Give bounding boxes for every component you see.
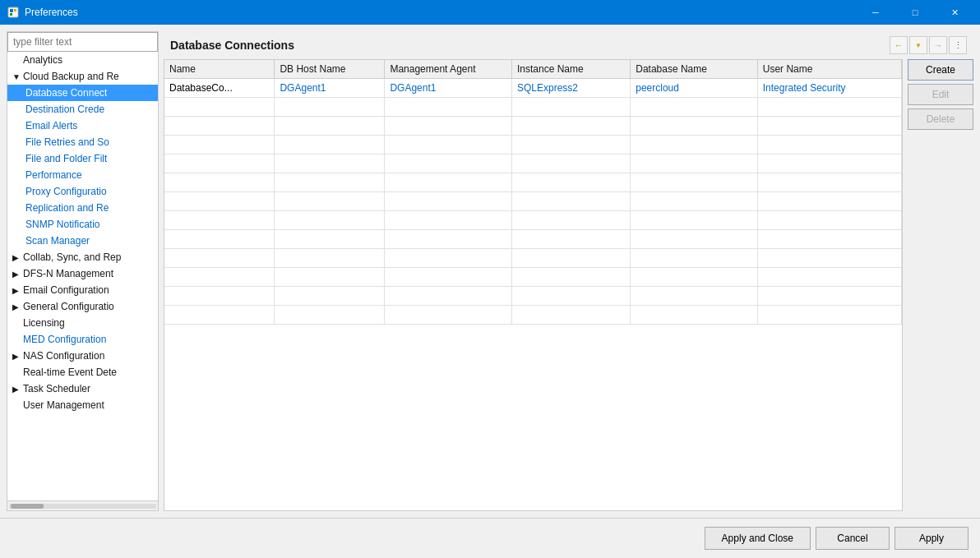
sidebar-label-analytics: Analytics: [23, 54, 62, 66]
forward-button[interactable]: →: [929, 36, 947, 54]
sidebar-item-file-folder-filter[interactable]: File and Folder Filt: [7, 150, 158, 167]
table-row-empty[interactable]: [164, 211, 902, 230]
sidebar-item-proxy-config[interactable]: Proxy Configuratio: [7, 183, 158, 200]
sidebar-item-general-config[interactable]: ▶General Configuratio: [7, 298, 158, 315]
table-row-empty[interactable]: [164, 117, 902, 136]
cell-empty-dbname: [631, 192, 758, 211]
sidebar-item-collab-sync[interactable]: ▶Collab, Sync, and Rep: [7, 249, 158, 265]
sidebar-label-snmp: SNMP Notificatio: [25, 219, 99, 230]
sidebar-label-cloud-backup: Cloud Backup and Re: [23, 71, 119, 82]
filter-input[interactable]: [7, 32, 158, 52]
cancel-button[interactable]: Cancel: [816, 527, 890, 550]
cell-empty-instance: [511, 268, 630, 287]
sidebar-item-destination-creds[interactable]: Destination Crede: [7, 101, 158, 118]
cell-empty-name: [164, 173, 275, 192]
cell-empty-name: [164, 192, 275, 211]
cell-empty-username: [757, 98, 901, 117]
sidebar-item-med-config[interactable]: MED Configuration: [7, 331, 158, 348]
sidebar-item-cloud-backup[interactable]: ▼Cloud Backup and Re: [7, 68, 158, 85]
sidebar-item-realtime-event[interactable]: Real-time Event Dete: [7, 364, 158, 380]
table-row-empty[interactable]: [164, 173, 902, 192]
sidebar-item-task-scheduler[interactable]: ▶Task Scheduler: [7, 380, 158, 397]
cell-empty-dbhost: [275, 249, 385, 268]
delete-button[interactable]: Delete: [908, 108, 973, 130]
sidebar-item-replication[interactable]: Replication and Re: [7, 200, 158, 216]
cell-agent: DGAgent1: [385, 79, 512, 98]
sidebar-label-general-config: General Configuratio: [23, 301, 114, 312]
table-row-empty[interactable]: [164, 230, 902, 249]
cell-empty-dbhost: [275, 117, 385, 136]
sidebar-item-user-management[interactable]: User Management: [7, 397, 158, 413]
cell-empty-dbhost: [275, 192, 385, 211]
table-row-empty[interactable]: [164, 98, 902, 117]
table-row-empty[interactable]: [164, 268, 902, 287]
cell-empty-name: [164, 98, 275, 117]
svg-rect-1: [10, 9, 13, 12]
cell-empty-dbhost: [275, 136, 385, 154]
cell-empty-dbname: [631, 287, 758, 306]
close-button[interactable]: ✕: [936, 0, 973, 25]
apply-close-button[interactable]: Apply and Close: [705, 527, 811, 550]
cell-empty-dbname: [631, 154, 758, 173]
cell-empty-agent: [385, 173, 512, 192]
table-row[interactable]: DatabaseCo...DGAgent1DGAgent1SQLExpress2…: [164, 79, 902, 98]
cell-empty-username: [757, 268, 901, 287]
back-dropdown-button[interactable]: ▼: [909, 36, 927, 54]
cell-empty-agent: [385, 98, 512, 117]
sidebar-item-snmp[interactable]: SNMP Notificatio: [7, 216, 158, 233]
sidebar-scrollbar: [7, 500, 158, 510]
scroll-thumb: [11, 504, 44, 509]
maximize-button[interactable]: □: [896, 0, 934, 25]
sidebar-item-nas-config[interactable]: ▶NAS Configuration: [7, 348, 158, 364]
cell-empty-dbhost: [275, 211, 385, 230]
table-row-empty[interactable]: [164, 249, 902, 268]
cell-empty-agent: [385, 287, 512, 306]
sidebar-label-task-scheduler: Task Scheduler: [23, 383, 90, 394]
menu-button[interactable]: ⋮: [949, 36, 967, 54]
sidebar-label-dfs-n: DFS-N Management: [23, 268, 113, 279]
table-row-empty[interactable]: [164, 192, 902, 211]
cell-empty-name: [164, 136, 275, 154]
sidebar-label-email-alerts: Email Alerts: [25, 120, 77, 131]
edit-button[interactable]: Edit: [908, 84, 973, 105]
table-row-empty[interactable]: [164, 154, 902, 173]
cell-empty-instance: [511, 230, 630, 249]
table-row-empty[interactable]: [164, 306, 902, 325]
cell-empty-instance: [511, 192, 630, 211]
cell-empty-dbhost: [275, 98, 385, 117]
back-button[interactable]: ←: [890, 36, 908, 54]
sidebar-item-analytics[interactable]: Analytics: [7, 52, 158, 68]
cell-empty-dbname: [631, 98, 758, 117]
sidebar-item-performance[interactable]: Performance: [7, 167, 158, 183]
sidebar-label-database-connect: Database Connect: [25, 87, 107, 99]
table-row-empty[interactable]: [164, 136, 902, 154]
sidebar-item-email-config[interactable]: ▶Email Configuration: [7, 282, 158, 298]
cell-empty-name: [164, 117, 275, 136]
cell-empty-dbhost: [275, 268, 385, 287]
bottom-bar: Apply and Close Cancel Apply: [0, 518, 980, 558]
cell-empty-name: [164, 306, 275, 325]
cell-empty-dbhost: [275, 173, 385, 192]
sidebar-item-file-retries[interactable]: File Retries and So: [7, 134, 158, 150]
cell-instance: SQLExpress2: [511, 79, 630, 98]
expand-icon-collab-sync: ▶: [12, 253, 21, 262]
sidebar-item-dfs-n[interactable]: ▶DFS-N Management: [7, 265, 158, 282]
sidebar-label-replication: Replication and Re: [25, 202, 109, 214]
sidebar-item-licensing[interactable]: Licensing: [7, 315, 158, 331]
apply-button[interactable]: Apply: [894, 527, 968, 550]
cell-name: DatabaseCo...: [164, 79, 275, 98]
cell-empty-dbname: [631, 117, 758, 136]
cell-empty-dbname: [631, 249, 758, 268]
sidebar-item-database-connect[interactable]: Database Connect: [7, 85, 158, 101]
sidebar-item-scan-manager[interactable]: Scan Manager: [7, 233, 158, 249]
minimize-button[interactable]: ─: [857, 0, 894, 25]
sidebar-item-email-alerts[interactable]: Email Alerts: [7, 118, 158, 134]
expand-icon-general-config: ▶: [12, 302, 21, 311]
table-row-empty[interactable]: [164, 287, 902, 306]
cell-empty-instance: [511, 117, 630, 136]
create-button[interactable]: Create: [908, 59, 973, 81]
svg-rect-2: [14, 9, 16, 12]
sidebar-label-proxy-config: Proxy Configuratio: [25, 186, 107, 197]
expand-icon-dfs-n: ▶: [12, 270, 21, 279]
cell-empty-name: [164, 211, 275, 230]
